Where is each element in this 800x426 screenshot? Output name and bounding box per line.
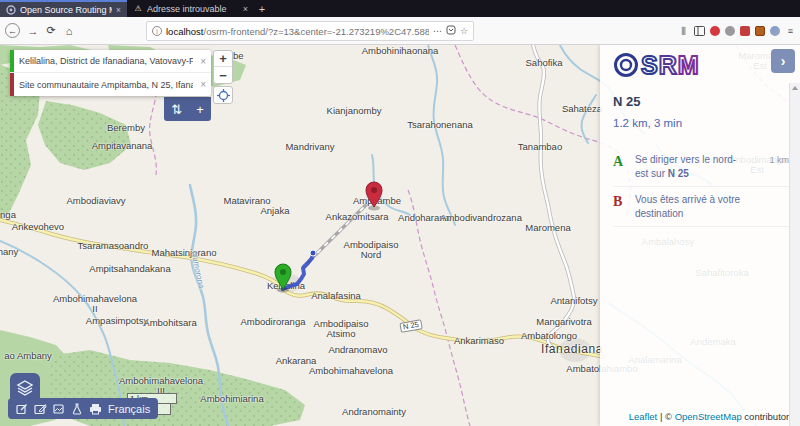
directions-steps: A Se diriger vers le nord-est sur N 25 1… [613, 147, 789, 227]
tab-title: Open Source Routing Machine [20, 5, 112, 15]
tools-bar: Français [8, 398, 158, 419]
warning-icon: ⚠ [133, 4, 143, 14]
clear-destination-icon[interactable]: × [200, 79, 206, 90]
step-letter-a: A [613, 153, 635, 180]
edit-id-icon[interactable] [16, 403, 28, 415]
swap-waypoints-icon[interactable]: ⇅ [171, 102, 182, 117]
url-host: localhost [166, 26, 204, 37]
printer-icon[interactable] [89, 403, 102, 415]
destination-color-bar [10, 73, 14, 96]
tab-close-icon[interactable]: × [116, 5, 121, 15]
step-instruction: Se diriger vers le nord-est sur N 25 [635, 153, 747, 180]
language-selector[interactable]: Français [108, 403, 150, 415]
start-input[interactable]: Kelilalina, District de Ifanadiana, Vato… [19, 56, 193, 66]
waypoint-panel: Kelilalina, District de Ifanadiana, Vato… [10, 50, 211, 96]
back-icon: ← [8, 26, 17, 36]
openstreetmap-link[interactable]: OpenStreetMap [675, 411, 742, 422]
tab-title: Adresse introuvable [147, 4, 239, 14]
sidebar-collapse-button[interactable]: › [771, 49, 795, 73]
route-name: N 25 [613, 94, 789, 109]
destination-input[interactable]: Site communautaire Ampitamba, N 25, Ifan… [19, 80, 193, 90]
layers-icon [16, 379, 34, 397]
image-export-icon[interactable] [53, 403, 65, 415]
back-button[interactable]: ← [5, 23, 20, 38]
page-actions-icon[interactable]: ⋯ [433, 26, 442, 36]
route-summary: 1.2 km, 3 min [613, 117, 789, 129]
zoom-in-button[interactable]: + [214, 51, 232, 67]
route-endpoint-dot[interactable] [310, 250, 316, 256]
flask-icon[interactable] [71, 403, 83, 415]
osrm-favicon-icon [6, 5, 16, 15]
sidebar-toggle-icon[interactable] [694, 26, 705, 37]
url-path: /osrm-frontend/?z=13&center=-21.273219%2… [204, 26, 429, 37]
extension-globe-gray-icon[interactable] [725, 26, 735, 36]
clear-start-icon[interactable]: × [200, 56, 206, 67]
extension-orange-icon[interactable] [755, 26, 765, 36]
menu-icon[interactable]: ≡ [785, 26, 796, 37]
destination-input-row[interactable]: Site communautaire Ampitamba, N 25, Ifan… [10, 73, 211, 96]
toolbar-extensions: ⫼ ≡ [678, 17, 796, 45]
start-color-bar [10, 50, 14, 72]
zoom-control: + − [213, 50, 233, 84]
bookmark-star-icon[interactable]: ☆ [460, 26, 468, 36]
chevron-right-icon: › [781, 53, 786, 69]
reload-button[interactable]: ⟳ [42, 24, 60, 37]
browser-nav-bar: ← → ⟳ ⌂ i localhost/osrm-frontend/?z=13&… [0, 17, 800, 45]
adblock-icon[interactable] [740, 26, 750, 36]
step-row[interactable]: B Vous êtes arrivé à votre destination [613, 187, 789, 227]
browser-window: Open Source Routing Machine × ⚠ Adresse … [0, 0, 800, 426]
url-text[interactable]: localhost/osrm-frontend/?z=13&center=-21… [166, 26, 429, 37]
add-waypoint-icon[interactable]: + [196, 102, 204, 117]
extension-globe-blue-icon[interactable] [770, 26, 780, 36]
tab-osrm[interactable]: Open Source Routing Machine × [0, 0, 127, 17]
leaflet-link[interactable]: Leaflet [629, 411, 658, 422]
waypoint-actions: ⇅ + [164, 97, 211, 121]
browser-tab-bar: Open Source Routing Machine × ⚠ Adresse … [0, 0, 800, 17]
osrm-logo-o-icon [613, 52, 639, 78]
crosshair-icon [217, 89, 230, 102]
sidebar-scrollbar[interactable] [789, 83, 800, 426]
step-distance [747, 193, 789, 220]
osrm-logo: SRM [613, 50, 789, 80]
step-row[interactable]: A Se diriger vers le nord-est sur N 25 1… [613, 147, 789, 187]
step-instruction: Vous êtes arrivé à votre destination [635, 193, 747, 220]
step-distance: 1 km [747, 153, 789, 180]
forward-button[interactable]: → [24, 25, 42, 37]
locate-button[interactable] [213, 86, 233, 104]
library-icon[interactable]: ⫼ [678, 26, 689, 37]
directions-sidebar: SRM N 25 1.2 km, 3 min A Se diriger vers… [600, 45, 800, 426]
map-canvas[interactable]: habeBerembyAmpitavananaAmbohinihaonanaSa… [0, 45, 800, 426]
site-info-icon[interactable]: i [152, 26, 162, 36]
scrollbar-up-icon [792, 86, 798, 90]
osrm-logo-letters: SRM [641, 53, 700, 78]
extension-red-ball-icon[interactable] [710, 26, 720, 36]
new-tab-button[interactable]: + [254, 0, 270, 17]
pocket-icon[interactable] [446, 25, 456, 37]
zoom-out-button[interactable]: − [214, 67, 232, 83]
tab-error[interactable]: ⚠ Adresse introuvable × [127, 0, 254, 17]
end-marker[interactable] [366, 182, 382, 211]
tab-close-icon[interactable]: × [243, 4, 248, 14]
step-letter-b: B [613, 193, 635, 220]
start-input-row[interactable]: Kelilalina, District de Ifanadiana, Vato… [10, 50, 211, 73]
map-attribution: Leaflet | © OpenStreetMap contributors [625, 411, 798, 422]
url-bar[interactable]: i localhost/osrm-frontend/?z=13&center=-… [146, 21, 474, 41]
home-button[interactable]: ⌂ [60, 25, 78, 37]
edit-josm-icon[interactable] [34, 403, 47, 415]
